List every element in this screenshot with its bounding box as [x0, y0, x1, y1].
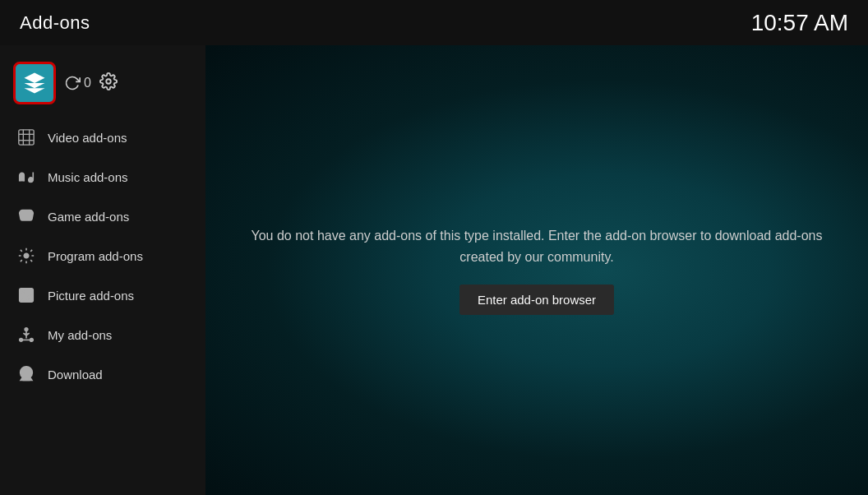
sidebar-label-download: Download: [48, 368, 103, 382]
settings-icon: [99, 72, 118, 90]
content-area: You do not have any add-ons of this type…: [205, 45, 868, 495]
svg-point-9: [24, 253, 29, 258]
game-icon: [16, 206, 36, 226]
program-icon: [16, 246, 36, 266]
settings-icon-wrap[interactable]: [99, 72, 118, 95]
sidebar-label-myaddon: My add-ons: [48, 328, 112, 342]
main-layout: 0 Video add-ons: [0, 45, 868, 495]
box-icon: [22, 71, 47, 95]
enter-addon-browser-button[interactable]: Enter add-on browser: [459, 285, 614, 315]
sidebar-label-video: Video add-ons: [48, 131, 127, 145]
music-icon: [16, 167, 36, 187]
svg-point-14: [30, 339, 34, 342]
svg-point-0: [106, 79, 111, 84]
sidebar-item-music[interactable]: Music add-ons: [0, 157, 205, 197]
svg-point-12: [25, 328, 28, 331]
svg-point-11: [22, 291, 25, 294]
sidebar-label-music: Music add-ons: [48, 170, 128, 184]
page-title: Add-ons: [20, 12, 90, 34]
sidebar-label-program: Program add-ons: [48, 249, 143, 263]
sidebar-item-program[interactable]: Program add-ons: [0, 236, 205, 275]
video-icon: [16, 127, 36, 147]
no-addons-message: You do not have any add-ons of this type…: [249, 225, 824, 267]
clock-display: 10:57 AM: [751, 10, 848, 36]
sidebar-item-download[interactable]: Download: [0, 354, 205, 394]
sidebar-item-picture[interactable]: Picture add-ons: [0, 275, 205, 315]
sidebar-top: 0: [0, 57, 205, 118]
addon-browser-icon-box[interactable]: [13, 62, 56, 104]
sidebar-label-picture: Picture add-ons: [48, 289, 134, 303]
content-message-block: You do not have any add-ons of this type…: [249, 225, 824, 314]
svg-rect-1: [19, 130, 34, 145]
sidebar: 0 Video add-ons: [0, 45, 205, 495]
app-header: Add-ons 10:57 AM: [0, 0, 868, 45]
sidebar-item-video[interactable]: Video add-ons: [0, 118, 205, 157]
refresh-count: 0: [84, 76, 91, 90]
myaddon-icon: [16, 325, 36, 345]
sidebar-item-myaddon[interactable]: My add-ons: [0, 315, 205, 354]
sidebar-label-game: Game add-ons: [48, 210, 129, 224]
refresh-wrap[interactable]: 0: [64, 75, 91, 91]
picture-icon: [16, 285, 36, 305]
refresh-icon: [64, 75, 81, 91]
download-icon: [16, 364, 36, 384]
svg-point-13: [20, 339, 23, 342]
svg-point-6: [29, 178, 34, 183]
sidebar-item-game[interactable]: Game add-ons: [0, 197, 205, 236]
